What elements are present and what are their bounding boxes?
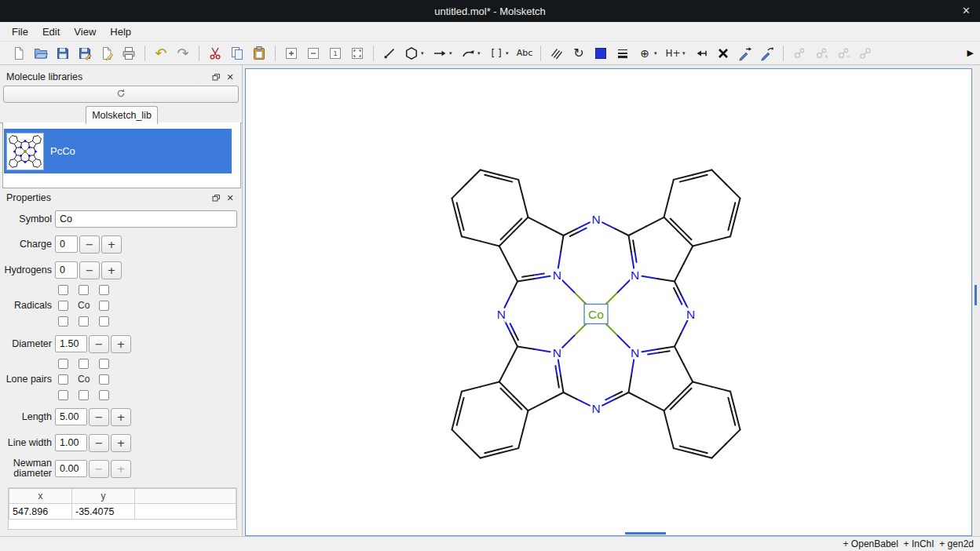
bond[interactable]	[452, 411, 457, 429]
bond[interactable]	[514, 332, 518, 340]
bond[interactable]	[485, 450, 499, 453]
paste-button[interactable]	[249, 43, 269, 64]
bracket-tool-dropdown[interactable]: ▾	[506, 50, 513, 57]
bond[interactable]	[452, 184, 466, 199]
length-increment-button[interactable]: +	[111, 408, 131, 426]
bond[interactable]	[13, 159, 15, 159]
bond[interactable]	[504, 294, 510, 308]
bond[interactable]	[664, 411, 669, 429]
bond[interactable]	[732, 411, 735, 425]
menu-view[interactable]: View	[67, 26, 103, 38]
atom-N-label[interactable]: N	[631, 346, 639, 359]
bond[interactable]	[616, 229, 629, 235]
bond[interactable]	[605, 292, 618, 305]
bond[interactable]	[578, 228, 586, 232]
bond[interactable]	[732, 203, 735, 217]
diameter-decrement-button[interactable]: −	[89, 335, 109, 353]
bond[interactable]	[629, 226, 647, 235]
bond[interactable]	[678, 296, 682, 304]
menu-edit[interactable]: Edit	[35, 26, 67, 38]
bond[interactable]	[658, 279, 675, 281]
bond[interactable]	[528, 402, 547, 411]
newman-decrement-button[interactable]: −	[89, 460, 109, 478]
bond[interactable]	[562, 280, 575, 293]
redo-button[interactable]: ↷	[173, 43, 193, 64]
bond[interactable]	[457, 411, 460, 425]
zoom-in-button[interactable]	[281, 43, 302, 64]
properties-close-icon[interactable]: ✕	[225, 193, 236, 203]
charge-decrement-button[interactable]: −	[79, 235, 100, 254]
lonepair-checkbox[interactable]	[99, 390, 109, 400]
bond[interactable]	[534, 276, 550, 279]
bracket-tool-button[interactable]: [ ]	[486, 43, 506, 64]
bond[interactable]	[561, 235, 563, 252]
bond[interactable]	[675, 347, 684, 365]
lonepair-checkbox[interactable]	[99, 359, 109, 369]
zoom-fit-button[interactable]	[347, 43, 368, 64]
bond[interactable]	[16, 148, 16, 149]
bond[interactable]	[574, 323, 587, 336]
horizontal-scroll-indicator[interactable]	[625, 532, 666, 535]
bond[interactable]	[659, 351, 670, 352]
atom-N-label[interactable]: N	[686, 308, 695, 321]
bond[interactable]	[726, 429, 740, 443]
bond[interactable]	[546, 226, 564, 235]
export-document-button[interactable]	[97, 43, 117, 64]
bond[interactable]	[517, 279, 534, 281]
length-value[interactable]: 5.00	[55, 408, 87, 425]
bond[interactable]	[680, 446, 694, 449]
bond[interactable]	[618, 280, 631, 293]
bond[interactable]	[671, 218, 681, 228]
bond[interactable]	[481, 170, 499, 175]
bond[interactable]	[711, 170, 726, 184]
bond[interactable]	[726, 184, 740, 199]
hydrogens-increment-button[interactable]: +	[101, 261, 122, 279]
bond[interactable]	[605, 323, 618, 336]
bond[interactable]	[522, 276, 533, 277]
bond[interactable]	[693, 241, 711, 246]
bond[interactable]	[664, 199, 669, 217]
delete-tool-button[interactable]	[713, 43, 733, 64]
new-file-button[interactable]	[9, 43, 29, 64]
bond[interactable]	[561, 376, 563, 392]
bond[interactable]	[510, 323, 514, 331]
bond[interactable]	[693, 175, 708, 178]
bond[interactable]	[629, 235, 631, 252]
bond[interactable]	[642, 349, 658, 352]
bond[interactable]	[693, 453, 711, 458]
bond[interactable]	[533, 273, 544, 275]
charge-tool-dropdown[interactable]: ▾	[654, 50, 661, 57]
bond[interactable]	[13, 143, 15, 144]
radical-checkbox[interactable]	[58, 316, 68, 327]
open-file-button[interactable]	[31, 43, 51, 64]
bond[interactable]	[564, 392, 577, 399]
connection-tool-button[interactable]	[691, 43, 711, 64]
radical-checkbox[interactable]	[58, 285, 68, 295]
charge-value[interactable]: 0	[55, 235, 78, 253]
save-as-button[interactable]	[75, 43, 95, 64]
toolbar-extension-button[interactable]: ▶	[967, 48, 974, 58]
bond[interactable]	[633, 240, 634, 251]
lonepair-checkbox[interactable]	[79, 390, 89, 400]
atom-N-label[interactable]: N	[553, 346, 561, 359]
draw-bond-tool-button[interactable]	[379, 43, 400, 64]
bond[interactable]	[462, 236, 481, 241]
bond[interactable]	[546, 392, 564, 402]
save-file-button[interactable]	[53, 43, 73, 64]
hatch-tool-button[interactable]	[547, 43, 567, 64]
color-swatch-button[interactable]	[591, 43, 611, 64]
radical-checkbox[interactable]	[99, 316, 109, 327]
atom-N-label[interactable]: N	[631, 268, 639, 282]
bond[interactable]	[648, 352, 659, 354]
radical-checkbox[interactable]	[99, 285, 109, 295]
bond[interactable]	[36, 159, 38, 159]
bond[interactable]	[499, 246, 509, 265]
hydrogen-tool-dropdown[interactable]: ▾	[682, 50, 689, 57]
bond[interactable]	[555, 366, 557, 377]
newman-increment-button[interactable]: +	[111, 460, 131, 478]
bond[interactable]	[460, 398, 463, 412]
bond[interactable]	[614, 392, 622, 396]
radical-checkbox[interactable]	[99, 301, 109, 311]
bond[interactable]	[602, 222, 616, 228]
radical-checkbox[interactable]	[79, 316, 89, 327]
